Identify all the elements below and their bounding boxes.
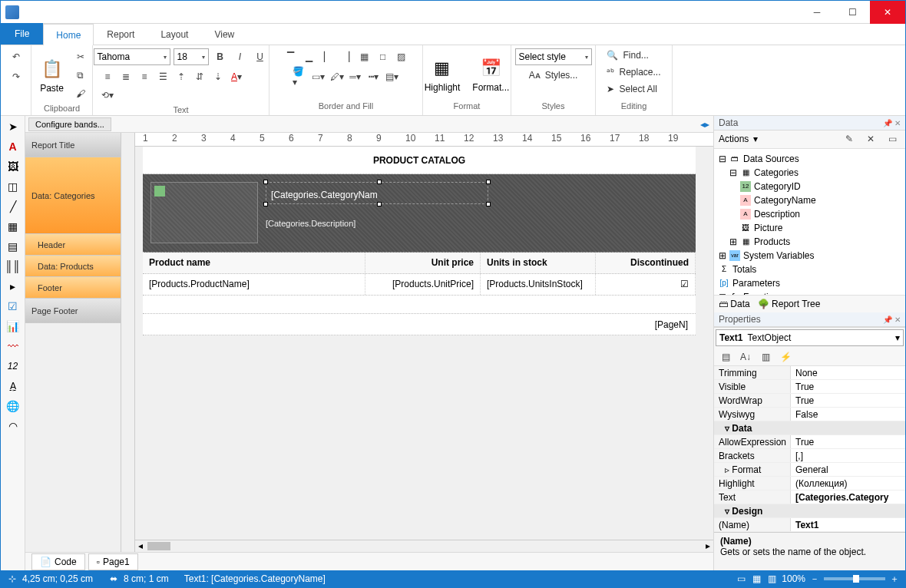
prop-value[interactable]: False xyxy=(791,408,905,421)
cell-product-name[interactable]: [Products.ProductName] xyxy=(143,274,365,295)
delete-icon[interactable]: ✕ xyxy=(862,130,879,147)
close-button[interactable]: ✕ xyxy=(870,1,905,24)
styles-button[interactable]: AᴀStyles... xyxy=(526,68,581,82)
property-grid[interactable]: TrimmingNone VisibleTrue WordWrapTrue Wy… xyxy=(714,366,905,532)
minimize-button[interactable]: ─ xyxy=(799,1,835,24)
cell-unit-price[interactable]: [Products.UnitPrice] xyxy=(365,274,481,295)
sparkline-tool[interactable]: 〰 xyxy=(5,339,21,354)
expand-icon[interactable]: ⊟ xyxy=(719,152,726,166)
cell-units-stock[interactable]: [Products.UnitsInStock] xyxy=(481,274,596,295)
view-mode-icon[interactable]: ▦ xyxy=(751,573,762,584)
prop-value[interactable]: General xyxy=(791,463,905,476)
prop-value[interactable]: True xyxy=(791,394,905,407)
zoom-out-button[interactable]: － xyxy=(810,573,819,586)
align-middle-button[interactable]: ⇵ xyxy=(191,68,208,85)
cell-discontinued[interactable]: ☑ xyxy=(596,274,696,295)
code-tab[interactable]: 📄Code xyxy=(31,553,85,570)
subreport-tool[interactable]: ▸ xyxy=(5,279,21,294)
border-width-button[interactable]: ═▾ xyxy=(347,68,364,85)
expand-icon[interactable]: ⊞ xyxy=(729,235,737,249)
prop-value[interactable]: Text1 xyxy=(791,518,905,531)
band-page-footer[interactable]: Page Footer xyxy=(25,299,121,323)
view-mode-icon[interactable]: ▥ xyxy=(766,573,777,584)
text-tool[interactable]: A xyxy=(5,139,21,154)
category-desc-text[interactable]: [Categories.Description] xyxy=(266,219,355,228)
align-left-button[interactable]: ≡ xyxy=(99,68,116,85)
data-tree[interactable]: ⊟🗃Data Sources ⊟▦Categories 12CategoryID… xyxy=(714,149,905,295)
expand-icon[interactable]: ⊟ xyxy=(729,166,737,180)
tab-home[interactable]: Home xyxy=(43,24,94,45)
line-tool[interactable]: ╱ xyxy=(5,199,21,214)
tree-datasources[interactable]: Data Sources xyxy=(743,152,799,166)
page-surface[interactable]: PRODUCT CATALOG [Categories.CategoryNam xyxy=(135,147,713,540)
events-button[interactable]: ⚡ xyxy=(777,349,794,365)
redo-button[interactable]: ↷ xyxy=(8,68,25,85)
report-tree-tab[interactable]: 🌳 Report Tree xyxy=(758,299,821,309)
tree-field[interactable]: CategoryName xyxy=(754,193,816,207)
border-right-button[interactable]: ▕ xyxy=(338,48,355,65)
align-center-button[interactable]: ≣ xyxy=(117,68,134,85)
richtext-tool[interactable]: 12 xyxy=(5,358,21,374)
prop-category[interactable]: Design xyxy=(732,506,762,517)
data-band[interactable]: [Products.ProductName] [Products.UnitPri… xyxy=(143,274,696,296)
matrix-tool[interactable]: ▤ xyxy=(5,239,21,254)
pin-icon[interactable]: 📌 xyxy=(883,119,892,127)
pin-icon[interactable]: 📌 xyxy=(883,315,892,324)
tree-field[interactable]: Picture xyxy=(754,221,782,235)
tree-field[interactable]: CategoryID xyxy=(754,180,801,193)
font-color-button[interactable]: A▾ xyxy=(228,68,245,85)
align-justify-button[interactable]: ☰ xyxy=(154,68,171,85)
band-footer[interactable]: Footer xyxy=(25,277,121,299)
collapse-left-icon[interactable]: ◂▸ xyxy=(696,116,713,133)
tree-sysvars[interactable]: System Variables xyxy=(743,249,814,263)
prop-value[interactable]: [Categories.Category xyxy=(791,491,905,504)
zoom-slider[interactable] xyxy=(824,577,885,580)
align-top-button[interactable]: ⇡ xyxy=(173,68,190,85)
view-mode-icon[interactable]: ▭ xyxy=(736,573,746,584)
cut-button[interactable]: ✂ xyxy=(72,48,89,65)
border-all-button[interactable]: ▦ xyxy=(356,48,373,65)
zoom-in-button[interactable]: ＋ xyxy=(890,573,899,586)
shape-tool[interactable]: ◫ xyxy=(5,179,21,194)
format-painter-button[interactable]: 🖌 xyxy=(72,85,89,102)
tab-view[interactable]: View xyxy=(201,23,247,45)
highlight-button[interactable]: ▦Highlight xyxy=(420,53,465,96)
border-color-button[interactable]: 🖊▾ xyxy=(329,68,346,85)
undo-button[interactable]: ↶ xyxy=(8,48,25,65)
font-family-combo[interactable]: Tahoma▾ xyxy=(94,48,170,65)
border-top-button[interactable]: ▔ xyxy=(283,48,299,65)
border-bottom-button[interactable]: ▁ xyxy=(301,48,318,65)
tree-field[interactable]: Description xyxy=(754,207,800,221)
prop-value[interactable]: (Коллекция) xyxy=(791,477,905,490)
category-name-text[interactable]: [Categories.CategoryNam xyxy=(266,182,488,204)
font-size-combo[interactable]: 18▾ xyxy=(174,48,209,65)
picture-object[interactable] xyxy=(150,182,258,243)
tab-report[interactable]: Report xyxy=(94,23,147,45)
actions-dropdown[interactable]: Actions xyxy=(719,134,749,144)
tree-totals[interactable]: Totals xyxy=(732,263,756,276)
table-tool[interactable]: ▦ xyxy=(5,219,21,234)
barcode-tool[interactable]: ║║ xyxy=(5,259,21,274)
maximize-button[interactable]: ☐ xyxy=(835,1,870,24)
prop-value[interactable]: None xyxy=(791,366,905,379)
fill-color-button[interactable]: 🪣▾ xyxy=(292,68,309,85)
tree-categories[interactable]: Categories xyxy=(754,166,799,180)
tree-params[interactable]: Parameters xyxy=(732,276,780,290)
celltext-tool[interactable]: Ạ xyxy=(5,378,21,394)
format-button[interactable]: 📅Format... xyxy=(468,53,514,96)
pointer-tool[interactable]: ➤ xyxy=(5,119,21,134)
band-data-products[interactable]: Data: Products xyxy=(25,256,121,277)
page1-tab[interactable]: ▫Page1 xyxy=(88,553,138,570)
view-icon[interactable]: ▭ xyxy=(884,130,901,147)
select-all-button[interactable]: ➤Select All xyxy=(603,82,660,96)
band-data-categories[interactable]: Data: Categories xyxy=(25,157,121,234)
prop-page-button[interactable]: ▥ xyxy=(757,349,774,365)
band-header[interactable]: Header xyxy=(25,234,121,256)
close-panel-icon[interactable]: ✕ xyxy=(894,119,901,127)
prop-value[interactable]: [,] xyxy=(791,449,905,462)
tab-layout[interactable]: Layout xyxy=(147,23,201,45)
horizontal-scrollbar[interactable]: ◂▸ xyxy=(135,540,713,552)
bold-button[interactable]: B xyxy=(212,48,229,65)
paste-button[interactable]: 📋 Paste xyxy=(35,54,69,97)
border-props-button[interactable]: ▭▾ xyxy=(310,68,327,85)
